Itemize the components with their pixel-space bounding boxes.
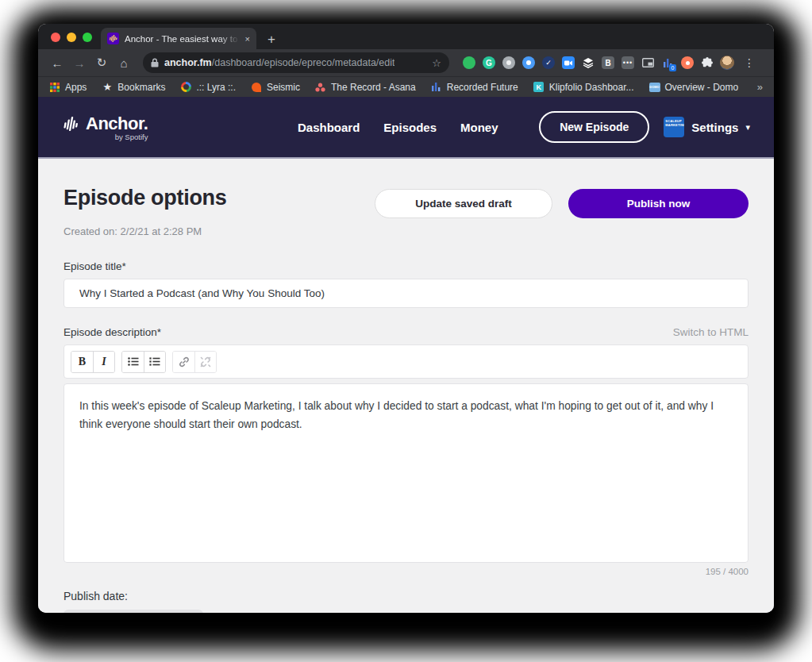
unlink-icon	[200, 356, 211, 368]
new-tab-button[interactable]: +	[267, 33, 275, 46]
domo-icon: DOMO	[649, 82, 660, 93]
anchor-favicon-icon	[107, 33, 119, 44]
bookmark-klipfolio[interactable]: K Klipfolio Dashboar...	[533, 82, 634, 93]
asana-icon	[315, 82, 326, 93]
bookmark-label: Recorded Future	[447, 82, 518, 93]
chrome-menu-icon[interactable]: ⋮	[744, 56, 755, 69]
pin-extension-icon[interactable]	[502, 56, 516, 70]
bookmark-recorded-future[interactable]: Recorded Future	[431, 82, 518, 93]
nav-money[interactable]: Money	[460, 121, 498, 134]
numbered-list-button[interactable]	[144, 352, 165, 372]
new-episode-button[interactable]: New Episode	[539, 111, 649, 143]
publish-date-label: Publish date:	[63, 590, 749, 602]
bookmark-seismic[interactable]: Seismic	[251, 82, 300, 93]
picture-in-picture-icon[interactable]	[641, 56, 655, 70]
description-editor-toolbar: B I	[63, 344, 749, 379]
close-window-button[interactable]	[51, 33, 60, 42]
seismic-icon	[251, 82, 262, 93]
link-group	[172, 351, 217, 373]
extension-badge: 0	[669, 64, 676, 71]
italic-button[interactable]: I	[93, 352, 114, 372]
list-group	[121, 351, 166, 373]
url-domain: anchor.fm	[164, 57, 212, 68]
page-title: Episode options	[63, 187, 227, 209]
fullscreen-window-button[interactable]	[83, 33, 92, 42]
traffic-lights	[51, 33, 92, 42]
bookmark-label: Apps	[65, 82, 87, 93]
checkmark-extension-icon[interactable]: ✓	[541, 56, 556, 70]
bookmark-lyra[interactable]: .:: Lyra ::.	[180, 82, 236, 93]
blue-pin-extension-icon[interactable]	[521, 56, 536, 70]
bitwarden-extension-icon[interactable]: B	[601, 56, 615, 70]
anchor-logo[interactable]: Anchor. by Spotify	[62, 114, 148, 141]
episode-title-input[interactable]	[63, 279, 749, 308]
update-saved-draft-button[interactable]: Update saved draft	[375, 189, 552, 218]
bold-button[interactable]: B	[71, 352, 93, 372]
browser-tab[interactable]: Anchor - The easiest way to ma ×	[101, 28, 256, 49]
minimize-window-button[interactable]	[67, 33, 76, 42]
link-icon	[179, 356, 190, 368]
text-style-group: B I	[71, 351, 115, 373]
bookmark-label: Bookmarks	[117, 82, 165, 93]
extensions-row: G ✓ B ••• 0	[462, 56, 734, 70]
bookmark-star-icon[interactable]: ☆	[432, 57, 441, 69]
recorded-future-extension-icon[interactable]: 0	[660, 56, 675, 70]
nav-episodes[interactable]: Episodes	[383, 121, 437, 134]
star-icon: ★	[102, 82, 113, 93]
evernote-extension-icon[interactable]	[462, 56, 476, 70]
switch-to-html-link[interactable]: Switch to HTML	[673, 326, 749, 338]
url-bar[interactable]: anchor.fm /dashboard/episode/epreco/meta…	[143, 52, 449, 73]
browser-toolbar: ← → ↻ ⌂ anchor.fm /dashboard/episode/epr…	[38, 49, 774, 76]
anchor-waveform-icon	[62, 117, 81, 131]
back-icon[interactable]: ←	[48, 56, 67, 70]
chevron-down-icon: ▾	[745, 122, 750, 133]
anchor-site-header: Anchor. by Spotify Dashboard Episodes Mo…	[38, 97, 774, 159]
apps-grid-icon	[49, 82, 60, 93]
tab-title: Anchor - The easiest way to ma	[125, 34, 240, 44]
recorded-future-icon	[431, 82, 442, 93]
klipfolio-icon: K	[533, 82, 545, 93]
hubspot-extension-icon[interactable]	[680, 56, 695, 70]
home-icon[interactable]: ⌂	[114, 56, 133, 70]
profile-avatar[interactable]	[720, 56, 734, 70]
reload-icon[interactable]: ↻	[92, 56, 111, 70]
tab-close-icon[interactable]: ×	[245, 34, 250, 44]
publish-now-button[interactable]: Publish now	[568, 189, 749, 218]
bookmark-label: Seismic	[267, 82, 300, 93]
more-tools-extension-icon[interactable]: •••	[621, 56, 635, 70]
nav-dashboard[interactable]: Dashboard	[298, 121, 360, 134]
cover-text: MARKETING	[665, 123, 684, 127]
numbered-list-icon	[149, 357, 160, 366]
zoom-extension-icon[interactable]	[561, 56, 575, 70]
bookmark-label: Overview - Domo	[665, 82, 739, 93]
publish-date-dropdown[interactable]	[63, 610, 203, 613]
bookmark-domo[interactable]: DOMO Overview - Domo	[649, 82, 739, 93]
bullet-list-button[interactable]	[122, 352, 144, 372]
remove-link-button[interactable]	[194, 352, 216, 372]
created-timestamp: Created on: 2/2/21 at 2:28 PM	[63, 225, 749, 237]
browser-window: Anchor - The easiest way to ma × + ← → ↻…	[38, 24, 774, 613]
lock-icon	[151, 58, 159, 67]
bookmark-bookmarks[interactable]: ★ Bookmarks	[102, 82, 165, 93]
insert-link-button[interactable]	[173, 352, 194, 372]
layers-extension-icon[interactable]	[581, 56, 595, 70]
grammarly-extension-icon[interactable]: G	[482, 56, 496, 70]
bullet-list-icon	[128, 357, 139, 366]
episode-description-input[interactable]: In this week's episode of Scaleup Market…	[63, 383, 749, 563]
by-spotify-tagline: by Spotify	[115, 133, 148, 141]
episode-description-label: Episode description*	[63, 326, 161, 338]
bookmark-label: Klipfolio Dashboar...	[549, 82, 634, 93]
bookmarks-overflow-chevron[interactable]: »	[757, 81, 763, 93]
forward-icon[interactable]: →	[70, 56, 89, 70]
bookmark-apps[interactable]: Apps	[49, 82, 87, 93]
character-count: 195 / 4000	[63, 567, 749, 576]
podcast-cover-avatar: SCALEUP MARKETING	[664, 117, 684, 137]
extensions-puzzle-icon[interactable]	[700, 56, 714, 70]
google-icon	[180, 82, 191, 93]
main-nav: Dashboard Episodes Money	[298, 121, 498, 134]
bookmark-label: The Record - Asana	[331, 82, 416, 93]
bookmark-asana[interactable]: The Record - Asana	[315, 82, 416, 93]
settings-label: Settings	[691, 121, 738, 134]
settings-menu[interactable]: SCALEUP MARKETING Settings ▾	[664, 117, 750, 137]
italic-icon: I	[102, 356, 106, 368]
